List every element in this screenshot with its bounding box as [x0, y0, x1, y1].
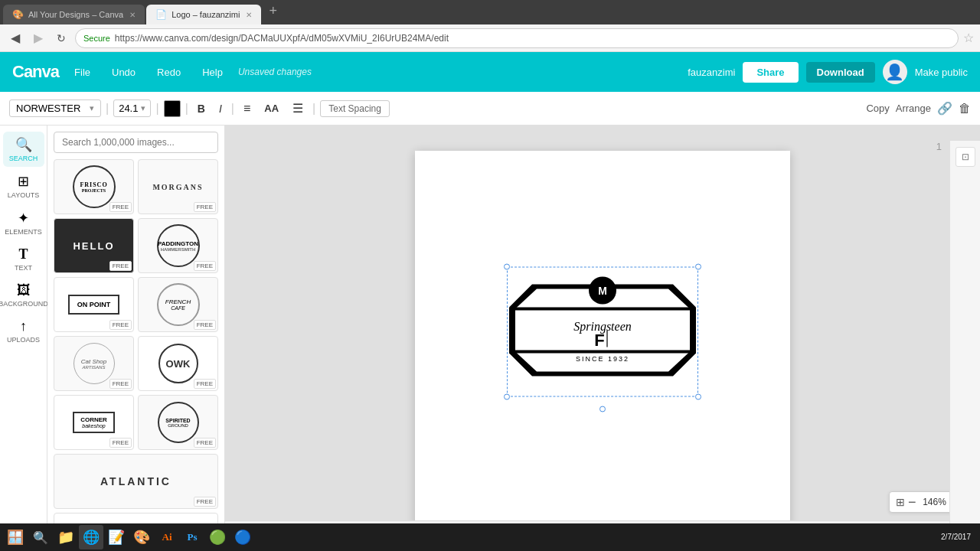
- free-badge: FREE: [109, 320, 132, 330]
- help-btn[interactable]: Help: [196, 64, 229, 81]
- taskbar-app2[interactable]: 🔵: [230, 525, 255, 549]
- italic-btn[interactable]: I: [214, 99, 227, 118]
- browser-tab-2[interactable]: 📄 Logo – fauzanzimi ✕: [146, 5, 261, 24]
- taskbar-photoshop[interactable]: Ps: [180, 525, 204, 549]
- download-btn[interactable]: Download: [806, 62, 875, 83]
- uploads-icon: ↑: [20, 318, 27, 334]
- taskbar-time: 2/7/2017: [941, 531, 971, 543]
- forward-btn[interactable]: ▶: [29, 29, 47, 47]
- main-layout: 🔍 SEARCH ⊞ LAYOUTS ✦ ELEMENTS T TEXT 🖼 B…: [0, 126, 980, 551]
- new-tab-btn[interactable]: +: [263, 3, 283, 19]
- template-frisco[interactable]: FRISCO PROJECTS FREE: [54, 159, 134, 214]
- background-icon: 🖼: [17, 282, 31, 298]
- undo-btn[interactable]: Undo: [106, 64, 142, 81]
- taskbar-chrome[interactable]: 🌐: [79, 525, 103, 549]
- taskbar-file-explorer[interactable]: 📁: [54, 525, 78, 549]
- canvas-page[interactable]: M Springsteen F SINCE 1932: [415, 151, 790, 526]
- svg-text:SINCE 1932: SINCE 1932: [576, 355, 629, 363]
- toolbar-sep-4: |: [231, 102, 234, 116]
- grid-view-btn[interactable]: ⊞: [896, 496, 905, 508]
- unsaved-indicator: Unsaved changes: [238, 67, 312, 77]
- template-catshop[interactable]: Cat Shop ARTISANS FREE: [54, 336, 134, 391]
- free-badge: FREE: [109, 379, 132, 389]
- right-side-panel: ⊡: [949, 141, 980, 551]
- sidebar-item-uploads[interactable]: ↑ UPLOADS: [3, 314, 44, 348]
- background-label: BACKGROUND: [0, 300, 48, 308]
- taskbar-search[interactable]: 🔍: [28, 525, 53, 549]
- elements-icon: ✦: [18, 210, 29, 227]
- back-btn[interactable]: ◀: [6, 29, 24, 47]
- zoom-level: 146%: [919, 497, 949, 507]
- tab2-close[interactable]: ✕: [246, 11, 252, 19]
- taskbar-start[interactable]: 🪟: [3, 525, 28, 549]
- taskbar-notepad[interactable]: 📝: [104, 525, 129, 549]
- file-menu[interactable]: File: [68, 64, 96, 81]
- refresh-btn[interactable]: ↻: [52, 29, 70, 47]
- user-name: fauzanzimi: [688, 67, 735, 78]
- taskbar-paint[interactable]: 🎨: [129, 525, 154, 549]
- sidebar-left: 🔍 SEARCH ⊞ LAYOUTS ✦ ELEMENTS T TEXT 🖼 B…: [0, 126, 47, 551]
- handle-bl[interactable]: [504, 394, 510, 400]
- template-atlantic[interactable]: ATLANTIC FREE: [54, 454, 218, 509]
- trash-btn[interactable]: 🗑: [959, 102, 971, 116]
- template-owk[interactable]: OWK FREE: [138, 336, 218, 391]
- list-btn[interactable]: ☰: [288, 98, 308, 119]
- sidebar-item-search[interactable]: 🔍 SEARCH: [3, 132, 44, 167]
- template-hello[interactable]: HELLO FREE: [54, 218, 134, 273]
- rotation-handle[interactable]: [599, 406, 606, 412]
- text-size-btn[interactable]: AA: [260, 99, 283, 117]
- avatar[interactable]: 👤: [883, 60, 907, 84]
- color-picker[interactable]: [164, 100, 181, 117]
- templates-grid: FRISCO PROJECTS FREE MORGANS FREE HELLO …: [54, 159, 218, 551]
- tab1-close[interactable]: ✕: [129, 11, 136, 19]
- search-input[interactable]: [54, 132, 218, 153]
- address-text: https://www.canva.com/design/DACMaUUXpfA…: [115, 33, 449, 44]
- handle-br[interactable]: [695, 394, 701, 400]
- templates-panel: FRISCO PROJECTS FREE MORGANS FREE HELLO …: [47, 126, 225, 551]
- free-badge: FREE: [194, 497, 216, 507]
- browser-tab-1[interactable]: 🎨 All Your Designs – Canva ✕: [3, 5, 145, 24]
- sidebar-item-layouts[interactable]: ⊞ LAYOUTS: [3, 168, 44, 204]
- text-spacing-btn[interactable]: Text Spacing: [320, 100, 390, 117]
- toolbar-sep-2: |: [155, 102, 158, 116]
- page-number: 1: [936, 141, 942, 152]
- align-btn[interactable]: ≡: [239, 99, 255, 119]
- search-label: SEARCH: [9, 155, 38, 162]
- free-badge: FREE: [194, 202, 216, 212]
- template-morgans[interactable]: MORGANS FREE: [138, 159, 218, 214]
- template-corner[interactable]: CORNER bakeshop FREE: [54, 395, 134, 450]
- make-public-btn[interactable]: Make public: [915, 67, 968, 78]
- svg-text:M: M: [598, 285, 607, 297]
- handle-tl[interactable]: [504, 264, 510, 270]
- address-bar[interactable]: Secure https://www.canva.com/design/DACM…: [75, 28, 959, 48]
- bold-btn[interactable]: B: [193, 99, 210, 118]
- arrange-btn[interactable]: Arrange: [896, 103, 931, 114]
- toolbar: NORWESTER ▾ | 24.1 ▾ | | B I | ≡ AA ☰ | …: [0, 92, 980, 126]
- copy-btn[interactable]: Copy: [866, 103, 889, 114]
- canva-logo[interactable]: Canva: [12, 62, 59, 82]
- font-size-control[interactable]: 24.1 ▾: [113, 99, 151, 117]
- sidebar-item-background[interactable]: 🖼 BACKGROUND: [3, 278, 44, 312]
- zoom-out-btn[interactable]: −: [908, 495, 916, 509]
- template-paddington[interactable]: PADDINGTON HAMMERSMITH FREE: [138, 218, 218, 273]
- taskbar-illustrator[interactable]: Ai: [155, 525, 179, 549]
- redo-btn[interactable]: Redo: [151, 64, 187, 81]
- canvas-area: 1: [225, 126, 980, 551]
- handle-tr[interactable]: [695, 264, 701, 270]
- free-badge: FREE: [194, 379, 216, 389]
- link-btn[interactable]: 🔗: [937, 101, 952, 116]
- share-btn[interactable]: Share: [743, 62, 798, 83]
- sidebar-item-text[interactable]: T TEXT: [3, 242, 44, 276]
- svg-rect-0: [515, 308, 690, 311]
- logo-selection-wrapper[interactable]: M Springsteen F SINCE 1932: [507, 267, 698, 397]
- bookmark-star[interactable]: ☆: [963, 31, 974, 45]
- sidebar-item-elements[interactable]: ✦ ELEMENTS: [3, 205, 44, 240]
- taskbar-app1[interactable]: 🟢: [205, 525, 230, 549]
- template-spirited[interactable]: SPIRITED GROUND FREE: [138, 395, 218, 450]
- taskbar-right: 2/7/2017: [941, 531, 977, 543]
- template-french[interactable]: FRENCH CAFE FREE: [138, 277, 218, 332]
- elements-label: ELEMENTS: [5, 228, 42, 236]
- side-btn-1: ⊡: [956, 147, 975, 167]
- font-selector[interactable]: NORWESTER ▾: [9, 99, 101, 117]
- template-onpoint[interactable]: ON POINT FREE: [54, 277, 134, 332]
